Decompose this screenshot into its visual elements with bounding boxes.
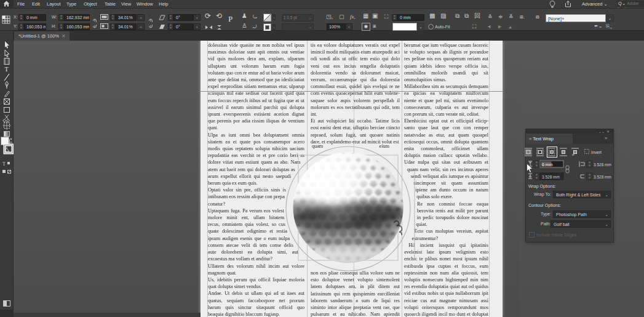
svg-text:[None]+: [None]+ <box>548 16 565 22</box>
svg-text:⌄: ⌄ <box>419 25 423 29</box>
svg-text:T: T <box>2 161 6 167</box>
svg-text:T: T <box>5 66 9 73</box>
svg-text:6 mm: 6 mm <box>542 163 553 167</box>
svg-text:˅: ˅ <box>589 176 590 180</box>
svg-text:3.528 mm: 3.528 mm <box>542 175 560 179</box>
svg-text:3.528 mm: 3.528 mm <box>594 175 611 179</box>
svg-text:⌄: ⌄ <box>608 16 612 20</box>
svg-text:3.528 mm: 3.528 mm <box>594 163 611 167</box>
svg-text:Invert: Invert <box>591 150 602 154</box>
svg-text:˅: ˅ <box>589 164 590 167</box>
svg-text:˅: ˅ <box>536 176 538 180</box>
svg-text:˅: ˅ <box>536 164 538 167</box>
